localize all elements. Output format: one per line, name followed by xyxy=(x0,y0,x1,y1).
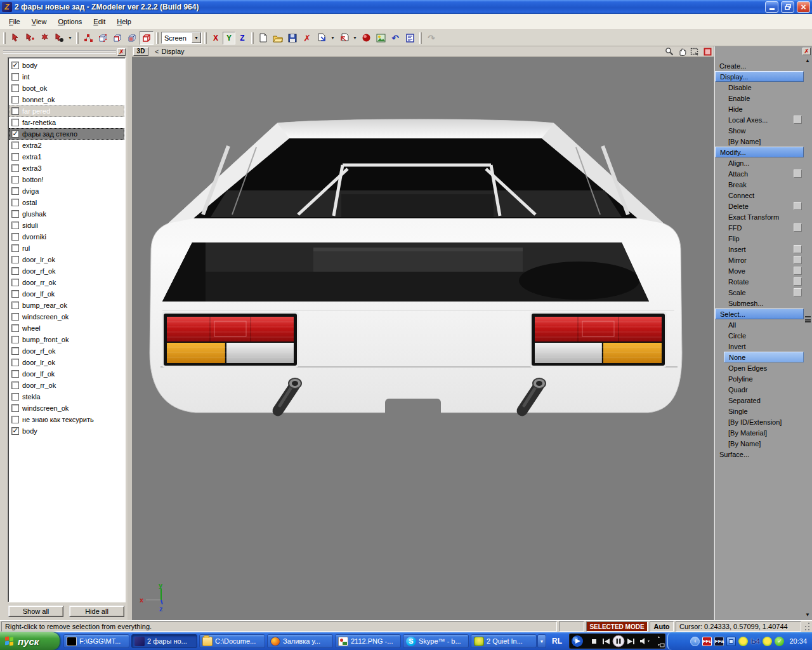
object-item[interactable]: ✓ wheel xyxy=(9,322,124,334)
command-item[interactable]: FFD xyxy=(715,222,804,233)
object-item[interactable]: ✓ extra3 xyxy=(9,162,124,174)
menu-item[interactable]: Edit xyxy=(88,16,110,27)
object-label[interactable]: bump_rear_ok xyxy=(22,302,67,309)
command-option-box[interactable] xyxy=(794,202,802,210)
texture-browser-icon[interactable] xyxy=(374,31,388,45)
cube-object-icon[interactable] xyxy=(140,31,154,45)
object-visibility-checkbox[interactable]: ✓ xyxy=(11,313,19,321)
object-visibility-checkbox[interactable]: ✓ xyxy=(11,416,19,423)
axis-y-button[interactable]: Y xyxy=(223,32,235,44)
object-item[interactable]: ✓ bump_rear_ok xyxy=(9,300,124,311)
object-item[interactable]: ✓ bonnet_ok xyxy=(9,94,124,105)
taskbar-task-button[interactable]: 2 фары но... xyxy=(131,634,197,648)
object-item[interactable]: ✓ door_lr_ok xyxy=(9,254,124,265)
object-label[interactable]: door_lf_ok xyxy=(22,290,55,298)
object-label[interactable]: dviga xyxy=(22,187,39,195)
taskbar-task-button[interactable]: 2112.PNG -... xyxy=(335,634,401,648)
object-visibility-checkbox[interactable]: ✓ xyxy=(11,96,19,103)
object-label[interactable]: body xyxy=(22,427,37,435)
object-visibility-checkbox[interactable]: ✓ xyxy=(11,336,19,343)
command-item[interactable]: All xyxy=(715,319,804,330)
object-visibility-checkbox[interactable]: ✓ xyxy=(11,256,19,263)
object-item[interactable]: ✓ body xyxy=(9,425,124,437)
auto-button[interactable]: Auto xyxy=(650,621,674,632)
cube-edges-icon[interactable] xyxy=(110,31,124,45)
object-visibility-checkbox[interactable]: ✓ xyxy=(11,233,19,241)
command-option-box[interactable] xyxy=(794,256,802,264)
taskbar-task-button[interactable]: F:\GGG\MT... xyxy=(63,634,129,648)
object-visibility-checkbox[interactable]: ✓ xyxy=(11,199,19,206)
command-item[interactable]: Scale xyxy=(715,287,804,298)
tray-icon[interactable]: FFu xyxy=(702,637,712,646)
viewport-mode-button[interactable]: 3D xyxy=(133,47,148,56)
hide-all-button[interactable]: Hide all xyxy=(69,606,124,617)
tray-icon[interactable]: FFa xyxy=(714,637,724,646)
command-option-box[interactable] xyxy=(794,116,802,124)
object-visibility-checkbox[interactable]: ✓ xyxy=(11,359,19,366)
tray-icon[interactable]: Ь4 xyxy=(750,637,760,646)
scroll-down-icon[interactable]: ▼ xyxy=(805,612,810,618)
object-label[interactable]: stekla xyxy=(22,393,41,401)
scroll-up-icon[interactable]: ▲ xyxy=(805,58,810,63)
object-item[interactable]: ✓ dvorniki xyxy=(9,231,124,242)
objects-panel-header[interactable]: ✗ xyxy=(2,48,126,56)
command-item[interactable]: Show xyxy=(715,125,804,136)
command-item[interactable]: Circle xyxy=(715,330,804,341)
cube-vertices-icon[interactable] xyxy=(96,31,110,45)
command-item[interactable]: Delete xyxy=(715,201,804,211)
object-label[interactable]: rul xyxy=(22,244,30,252)
object-label[interactable]: door_rf_ok xyxy=(22,267,56,275)
start-button[interactable]: пуск xyxy=(0,632,60,650)
object-label[interactable]: dvorniki xyxy=(22,233,46,241)
object-label[interactable]: door_rr_ok xyxy=(22,279,56,286)
object-visibility-checkbox[interactable]: ✓ xyxy=(11,62,19,69)
object-item[interactable]: ✓ door_lf_ok xyxy=(9,368,124,380)
taskbar-task-button[interactable]: C:\Docume... xyxy=(199,634,265,648)
object-item[interactable]: ✓ door_rr_ok xyxy=(9,380,124,391)
object-label[interactable]: glushak xyxy=(22,210,46,218)
object-label[interactable]: far-rehetka xyxy=(22,119,56,126)
resize-grip[interactable] xyxy=(803,621,811,632)
object-visibility-checkbox[interactable]: ✓ xyxy=(11,153,19,161)
panel-grip-lines[interactable] xyxy=(3,50,116,54)
media-player-toolbar[interactable] xyxy=(569,633,665,649)
export-dropdown-icon[interactable]: ▼ xyxy=(329,31,336,45)
object-item[interactable]: ✓ siduli xyxy=(9,220,124,231)
viewport-back-chevron[interactable]: < xyxy=(155,48,159,55)
command-item[interactable]: [By Name] xyxy=(715,438,804,449)
tray-icon[interactable] xyxy=(726,637,736,646)
object-label[interactable]: не знаю как тексурить xyxy=(22,416,94,423)
select-dropdown-icon[interactable]: ▼ xyxy=(67,31,74,45)
command-item[interactable]: Insert xyxy=(715,244,804,255)
command-item[interactable]: Align... xyxy=(715,157,804,168)
command-option-box[interactable] xyxy=(794,223,802,232)
command-item[interactable]: [By ID/Extension] xyxy=(715,416,804,427)
command-item[interactable]: Modify... xyxy=(715,147,804,157)
command-option-box[interactable] xyxy=(794,267,802,275)
object-visibility-checkbox[interactable]: ✓ xyxy=(11,347,19,355)
object-item[interactable]: ✓ bump_front_ok xyxy=(9,334,124,345)
command-item[interactable]: Break xyxy=(715,179,804,190)
tray-icon[interactable] xyxy=(738,637,748,646)
command-item[interactable]: Surface... xyxy=(715,449,804,460)
object-visibility-checkbox[interactable]: ✓ xyxy=(11,142,19,149)
object-item[interactable]: ✓ body xyxy=(9,60,124,71)
zoom-icon[interactable] xyxy=(664,47,674,56)
import-dropdown-icon[interactable]: ▼ xyxy=(351,31,358,45)
object-label[interactable]: door_lf_ok xyxy=(22,370,55,378)
select-paint-icon[interactable] xyxy=(52,31,66,45)
toolbar-grip[interactable] xyxy=(419,32,422,44)
object-label[interactable]: botton! xyxy=(22,176,44,183)
object-label[interactable]: windscreen_ok xyxy=(22,313,69,321)
command-item[interactable]: Move xyxy=(715,265,804,276)
object-label[interactable]: door_lr_ok xyxy=(22,256,55,263)
undo-icon[interactable]: ↶ xyxy=(388,31,402,45)
object-label[interactable]: bonnet_ok xyxy=(22,96,55,103)
vertex-mode-icon[interactable] xyxy=(81,31,95,45)
object-item[interactable]: ✓ windscreen_ok xyxy=(9,402,124,414)
object-visibility-checkbox[interactable]: ✓ xyxy=(11,302,19,309)
tray-icon[interactable]: ✓ xyxy=(775,637,784,646)
command-option-box[interactable] xyxy=(794,169,802,178)
select-connected-icon[interactable] xyxy=(37,31,51,45)
command-item[interactable]: Single xyxy=(715,406,804,416)
